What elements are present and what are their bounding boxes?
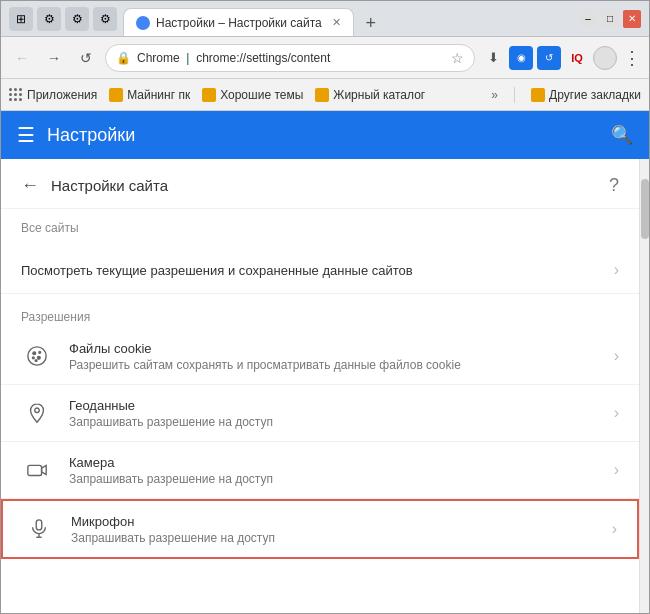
- more-icon: »: [491, 88, 498, 102]
- close-button[interactable]: ✕: [623, 10, 641, 28]
- microphone-icon: [23, 513, 55, 545]
- bookmark-apps[interactable]: Приложения: [9, 88, 97, 102]
- microphone-item[interactable]: Микрофон Запрашивать разрешение на досту…: [1, 499, 639, 559]
- bookmark-catalog[interactable]: Жирный каталог: [315, 88, 425, 102]
- bookmark-mining-icon: [109, 88, 123, 102]
- svg-point-0: [28, 347, 46, 365]
- window-controls: – □ ✕: [579, 10, 641, 28]
- geodata-title: Геоданные: [69, 398, 614, 413]
- cookies-arrow-icon: ›: [614, 347, 619, 365]
- permissions-label: Разрешения: [1, 294, 639, 328]
- tb-icon-2[interactable]: ⚙: [37, 7, 61, 31]
- back-button[interactable]: ←: [9, 45, 35, 71]
- svg-point-6: [35, 408, 40, 413]
- tab-area: Настройки – Настройки сайта ✕ +: [123, 1, 573, 36]
- bookmarks-more-button[interactable]: »: [491, 88, 498, 102]
- settings-menu-icon[interactable]: ☰: [17, 123, 35, 147]
- svg-point-2: [39, 351, 41, 353]
- help-icon[interactable]: ?: [609, 175, 619, 196]
- profile-icon[interactable]: [593, 46, 617, 70]
- tab-title: Настройки – Настройки сайта: [156, 16, 322, 30]
- microphone-subtitle: Запрашивать разрешение на доступ: [71, 531, 612, 545]
- main-menu-button[interactable]: ⋮: [623, 47, 641, 69]
- cookies-text: Файлы cookie Разрешить сайтам сохранять …: [69, 341, 614, 372]
- bookmarks-separator: [514, 87, 515, 103]
- svg-point-3: [32, 357, 34, 359]
- geodata-arrow-icon: ›: [614, 404, 619, 422]
- page-area: ☰ Настройки 🔍 ← Настройки сайта ? Все са…: [1, 111, 649, 613]
- site-settings-header: ← Настройки сайта ?: [1, 159, 639, 209]
- location-icon: [21, 397, 53, 429]
- browser-window: ⊞ ⚙ ⚙ ⚙ Настройки – Настройки сайта ✕ + …: [0, 0, 650, 614]
- geodata-subtitle: Запрашивать разрешение на доступ: [69, 415, 614, 429]
- url-protocol-icon: 🔒: [116, 51, 131, 65]
- settings-header: ☰ Настройки 🔍: [1, 111, 649, 159]
- geodata-item[interactable]: Геоданные Запрашивать разрешение на дост…: [1, 385, 639, 442]
- bookmark-catalog-label: Жирный каталог: [333, 88, 425, 102]
- url-bar[interactable]: 🔒 Chrome | chrome://settings/content ☆: [105, 44, 475, 72]
- extension-icon-1[interactable]: ◉: [509, 46, 533, 70]
- url-protocol: Chrome: [137, 51, 180, 65]
- refresh-button[interactable]: ↺: [73, 45, 99, 71]
- cookie-icon: [21, 340, 53, 372]
- tab-close-button[interactable]: ✕: [332, 16, 341, 29]
- tb-icon-4[interactable]: ⚙: [93, 7, 117, 31]
- title-bar: ⊞ ⚙ ⚙ ⚙ Настройки – Настройки сайта ✕ + …: [1, 1, 649, 37]
- bookmark-themes-label: Хорошие темы: [220, 88, 303, 102]
- camera-text: Камера Запрашивать разрешение на доступ: [69, 455, 614, 486]
- settings-title: Настройки: [47, 125, 599, 146]
- new-tab-button[interactable]: +: [358, 10, 384, 36]
- svg-rect-8: [36, 520, 42, 530]
- back-icon[interactable]: ←: [21, 175, 39, 196]
- geodata-text: Геоданные Запрашивать разрешение на дост…: [69, 398, 614, 429]
- minimize-button[interactable]: –: [579, 10, 597, 28]
- bookmark-themes[interactable]: Хорошие темы: [202, 88, 303, 102]
- active-tab[interactable]: Настройки – Настройки сайта ✕: [123, 8, 354, 36]
- all-sites-label: Все сайты: [21, 221, 619, 235]
- all-sites-item[interactable]: Посмотреть текущие разрешения и сохранен…: [1, 247, 639, 294]
- svg-point-4: [37, 356, 40, 359]
- url-text: Chrome | chrome://settings/content: [137, 51, 330, 65]
- svg-point-5: [35, 360, 37, 362]
- all-sites-text: Посмотреть текущие разрешения и сохранен…: [21, 263, 614, 278]
- tb-icon-1[interactable]: ⊞: [9, 7, 33, 31]
- cookies-subtitle: Разрешить сайтам сохранять и просматрива…: [69, 358, 614, 372]
- address-bar: ← → ↺ 🔒 Chrome | chrome://settings/conte…: [1, 37, 649, 79]
- bookmarks-bar: Приложения Майнинг пк Хорошие темы Жирны…: [1, 79, 649, 111]
- bookmark-star-icon[interactable]: ☆: [451, 50, 464, 66]
- forward-button[interactable]: →: [41, 45, 67, 71]
- extension-icon-3[interactable]: IQ: [565, 46, 589, 70]
- extension-icon-2[interactable]: ↺: [537, 46, 561, 70]
- tab-favicon: [136, 16, 150, 30]
- bookmark-others-label: Другие закладки: [549, 88, 641, 102]
- svg-rect-7: [28, 465, 42, 475]
- svg-point-1: [33, 352, 36, 355]
- settings-body: ← Настройки сайта ? Все сайты Посмотреть…: [1, 159, 639, 613]
- cookies-item[interactable]: Файлы cookie Разрешить сайтам сохранять …: [1, 328, 639, 385]
- main-content: ☰ Настройки 🔍 ← Настройки сайта ? Все са…: [1, 111, 649, 613]
- bookmark-mining-label: Майнинг пк: [127, 88, 190, 102]
- download-icon[interactable]: ⬇: [481, 46, 505, 70]
- camera-title: Камера: [69, 455, 614, 470]
- tb-icon-3[interactable]: ⚙: [65, 7, 89, 31]
- bookmark-others-icon: [531, 88, 545, 102]
- all-sites-arrow-icon: ›: [614, 261, 619, 279]
- apps-icon: [9, 88, 23, 102]
- scrollbar-track[interactable]: [639, 159, 649, 613]
- camera-icon: [21, 454, 53, 486]
- microphone-title: Микрофон: [71, 514, 612, 529]
- url-path: chrome://settings/content: [196, 51, 330, 65]
- settings-search-icon[interactable]: 🔍: [611, 124, 633, 146]
- maximize-button[interactable]: □: [601, 10, 619, 28]
- scrollbar-thumb[interactable]: [641, 179, 649, 239]
- camera-arrow-icon: ›: [614, 461, 619, 479]
- bookmark-others[interactable]: Другие закладки: [531, 88, 641, 102]
- title-bar-icons: ⊞ ⚙ ⚙ ⚙: [9, 7, 117, 31]
- camera-subtitle: Запрашивать разрешение на доступ: [69, 472, 614, 486]
- address-bar-icons: ⬇ ◉ ↺ IQ ⋮: [481, 46, 641, 70]
- camera-item[interactable]: Камера Запрашивать разрешение на доступ …: [1, 442, 639, 499]
- bookmark-apps-label: Приложения: [27, 88, 97, 102]
- settings-body-area: ← Настройки сайта ? Все сайты Посмотреть…: [1, 159, 649, 613]
- bookmark-mining[interactable]: Майнинг пк: [109, 88, 190, 102]
- site-settings-title: Настройки сайта: [51, 177, 609, 194]
